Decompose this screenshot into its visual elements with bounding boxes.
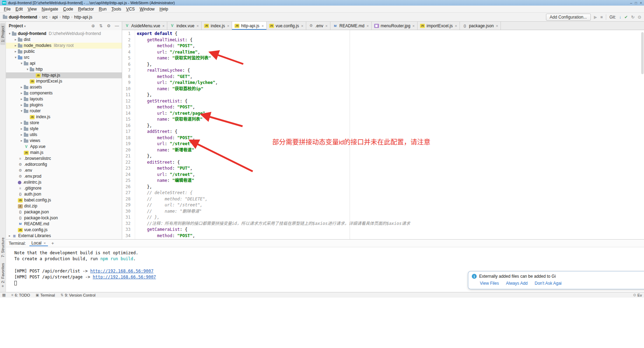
collapse-all-icon[interactable]: ⇅ [99,23,103,28]
tree-item-external-libraries[interactable]: ▸≣External Libraries [6,233,122,239]
terminal-link[interactable]: http://192.168.66.56:9007 [90,269,154,274]
tree-item-importexcel.js[interactable]: JSimportExcel.js [6,78,122,84]
breadcrumb-item-api[interactable]: api [52,15,58,20]
new-session-icon[interactable]: + [51,241,54,246]
terminal-tab-local[interactable]: Local× [29,240,48,246]
close-icon[interactable]: × [496,24,498,28]
close-icon[interactable]: × [301,24,303,28]
menu-item-code[interactable]: Code [61,6,76,12]
close-icon[interactable]: × [366,24,369,28]
tree-item-api[interactable]: ▾api [6,61,122,66]
close-icon[interactable]: × [455,24,457,28]
chevron-down-icon[interactable]: ▾ [19,61,24,66]
tree-item-views[interactable]: ▸views [6,138,122,144]
tree-item-vue.config.js[interactable]: JSvue.config.js [6,227,122,233]
gear-icon[interactable]: ⚙ [107,23,111,28]
chevron-right-icon[interactable]: ▸ [13,43,18,49]
tree-item-app.vue[interactable]: VApp.vue [6,144,122,150]
tab-readme.md[interactable]: MREADME.md× [330,22,372,30]
search-everywhere-icon[interactable]: ⊙ [638,15,641,20]
maximize-button[interactable]: □ [635,1,637,5]
tree-item-store[interactable]: ▸store [6,120,122,126]
tree-item-main.js[interactable]: JSmain.js [6,150,122,156]
tool-stripe-favorites[interactable]: ★2: Favorites [0,260,5,291]
tree-item-public[interactable]: ▸public [6,49,122,55]
menu-item-refactor[interactable]: Refactor [76,6,96,12]
hide-panel-icon[interactable]: ― [115,23,119,28]
menu-item-help[interactable]: Help [157,6,171,12]
tab-index.vue[interactable]: Vindex.vue× [167,22,202,30]
tab-index.js[interactable]: JSindex.js× [202,22,232,30]
tree-item-utils[interactable]: ▸utils [6,132,122,138]
tree-item-.env.prod[interactable]: ⚙.env.prod [6,173,122,179]
chevron-down-icon[interactable]: ▾ [13,55,18,61]
menu-item-edit[interactable]: Edit [13,6,25,12]
tab-package.json[interactable]: {}package.json× [460,22,501,30]
tree-item-http[interactable]: ▾http [6,66,122,72]
chevron-right-icon[interactable]: ▸ [19,126,24,132]
close-icon[interactable]: × [412,24,414,28]
editor-scrollbar[interactable] [641,30,644,239]
tree-item-style[interactable]: ▸style [6,126,122,132]
git-commit-icon[interactable]: ✔ [624,15,628,20]
project-view-selector[interactable]: Project ▾ [9,23,26,28]
close-icon[interactable]: × [43,241,46,245]
tree-item-http-api.js[interactable]: JShttp-api.js [6,72,122,78]
breadcrumb-item-src[interactable]: src [42,15,48,20]
tab-.env[interactable]: ⚙.env× [306,22,330,30]
event-log-icon[interactable]: ⊙ [633,293,636,297]
code-editor[interactable]: 1export default {2 getRealTimeList: {3 m… [122,30,644,239]
event-log-label[interactable]: Ev [637,293,642,297]
chevron-right-icon[interactable]: ▸ [19,138,24,144]
menu-item-run[interactable]: Run [96,6,109,12]
tab-vue.config.js[interactable]: JSvue.config.js× [267,22,306,30]
statusbar-terminal[interactable]: ▣Terminal [36,293,55,297]
chevron-down-icon[interactable]: ▾ [19,108,24,114]
tree-item-duoji-frontend[interactable]: ▾duoji-frontendD:\zheheWeb\duoji-fronten… [6,31,122,37]
git-history-icon[interactable]: ↻ [631,15,635,20]
close-button[interactable]: × [640,1,642,5]
tree-item-.eslintrc.js[interactable]: .eslintrc.js [6,179,122,185]
chevron-right-icon[interactable]: ▸ [19,132,24,138]
tab-menurouter.jpg[interactable]: ▦menuRouter.jpg× [372,22,418,30]
chevron-down-icon[interactable]: ▾ [7,31,12,37]
toolwindow-switcher-icon[interactable]: ▦ [2,293,6,297]
tree-item-layouts[interactable]: ▸layouts [6,96,122,102]
chevron-right-icon[interactable]: ▸ [19,120,24,126]
close-icon[interactable]: × [261,24,264,28]
tree-item-dist.zip[interactable]: Zdist.zip [6,203,122,209]
tree-item-.env[interactable]: ⚙.env [6,168,122,173]
add-configuration-button[interactable]: Add Configuration... [546,14,591,21]
menu-item-navigate[interactable]: Navigate [39,6,61,12]
locate-file-icon[interactable]: ⊕ [91,23,95,28]
close-icon[interactable]: × [162,24,164,28]
always-add-link[interactable]: Always Add [506,281,527,286]
stop-icon[interactable]: ■ [600,15,603,20]
breadcrumb-item-http-api.js[interactable]: http-api.js [74,15,92,20]
tree-item-babel.config.js[interactable]: JSbabel.config.js [6,197,122,203]
git-update-icon[interactable]: ↓ [619,15,621,20]
tree-item-components[interactable]: ▸components [6,90,122,96]
tree-item-src[interactable]: ▾src [6,55,122,61]
menu-item-window[interactable]: Window [137,6,157,12]
tab-importexcel.js[interactable]: JSimportExcel.js× [418,22,460,30]
menu-item-vcs[interactable]: VCS [124,6,137,12]
chevron-right-icon[interactable]: ▸ [7,233,12,239]
tree-item-package.json[interactable]: {}package.json [6,209,122,215]
tab-asidemenu.vue[interactable]: VAsideMenu.vue× [122,22,167,30]
tool-stripe-project[interactable]: 1: Project [0,23,5,45]
tree-item-node_modules[interactable]: ▸node_moduleslibrary root [6,43,122,49]
menu-item-tools[interactable]: Tools [109,6,124,12]
close-icon[interactable]: × [325,24,327,28]
chevron-right-icon[interactable]: ▸ [19,84,24,90]
chevron-right-icon[interactable]: ▸ [13,37,18,43]
tree-item-plugins[interactable]: ▸plugins [6,102,122,108]
breadcrumb-item-duoji-frontend[interactable]: duoji-frontend [9,15,37,20]
tab-http-api.js[interactable]: JShttp-api.js× [232,22,266,30]
close-icon[interactable]: × [227,24,229,28]
menu-item-view[interactable]: View [25,6,39,12]
chevron-right-icon[interactable]: ▸ [13,49,18,55]
close-icon[interactable]: × [197,24,199,28]
breadcrumb-item-http[interactable]: http [62,15,69,20]
chevron-right-icon[interactable]: ▸ [19,102,24,108]
